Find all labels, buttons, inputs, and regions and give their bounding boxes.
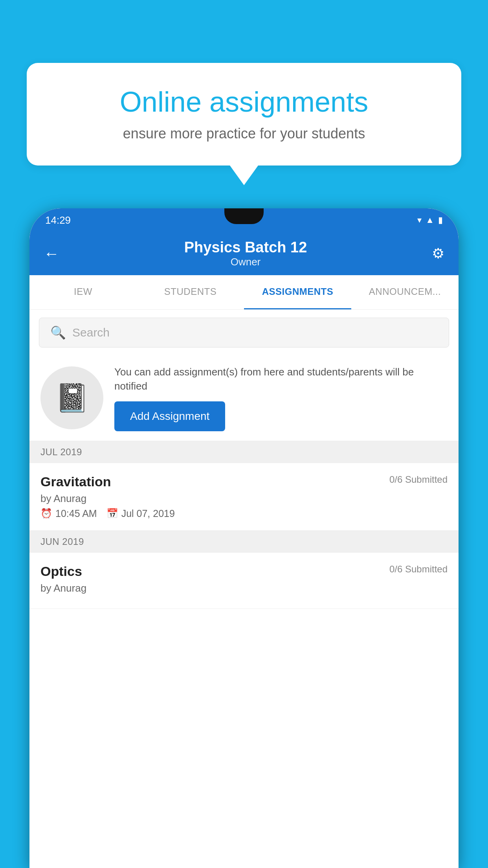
promo-card: 📓 You can add assignment(s) from here an…	[29, 355, 459, 441]
assignment-item-top-optics: Optics 0/6 Submitted	[40, 564, 448, 579]
tab-announcements[interactable]: ANNOUNCEM...	[351, 275, 459, 309]
assignment-by-optics: by Anurag	[40, 582, 448, 594]
phone-inner: 14:29 ▾ ▲ ▮ ← Physics Batch 12 Owner ⚙	[29, 208, 459, 868]
search-input-container[interactable]: 🔍 Search	[39, 318, 449, 348]
assignment-time-gravitation: 10:45 AM	[55, 508, 97, 519]
search-placeholder: Search	[72, 326, 110, 339]
assignment-date-gravitation: Jul 07, 2019	[121, 508, 175, 519]
speech-bubble-arrow	[230, 166, 258, 185]
settings-button[interactable]: ⚙	[432, 245, 444, 262]
section-header-jun: JUN 2019	[29, 531, 459, 553]
meta-time-gravitation: ⏰ 10:45 AM	[40, 508, 97, 519]
tab-students[interactable]: STUDENTS	[137, 275, 244, 309]
clock-icon: ⏰	[40, 508, 52, 519]
speech-bubble-container: Online assignments ensure more practice …	[27, 63, 461, 185]
calendar-icon: 📅	[106, 508, 118, 519]
promo-icon-circle: 📓	[40, 366, 103, 429]
speech-bubble: Online assignments ensure more practice …	[27, 63, 461, 166]
app-bar: ← Physics Batch 12 Owner ⚙	[29, 232, 459, 275]
assignment-submitted-optics: 0/6 Submitted	[389, 564, 448, 575]
add-assignment-button[interactable]: Add Assignment	[114, 401, 225, 431]
phone-screen: 14:29 ▾ ▲ ▮ ← Physics Batch 12 Owner ⚙	[29, 208, 459, 868]
signal-icon: ▲	[426, 215, 434, 225]
meta-date-gravitation: 📅 Jul 07, 2019	[106, 508, 175, 519]
speech-bubble-subtitle: ensure more practice for your students	[54, 125, 434, 142]
phone-frame: 14:29 ▾ ▲ ▮ ← Physics Batch 12 Owner ⚙	[29, 208, 459, 868]
assignment-item-top: Gravitation 0/6 Submitted	[40, 474, 448, 489]
tab-assignments[interactable]: ASSIGNMENTS	[244, 275, 351, 309]
tab-iew[interactable]: IEW	[29, 275, 137, 309]
battery-icon: ▮	[438, 215, 443, 225]
search-icon: 🔍	[50, 325, 66, 340]
assignment-submitted-gravitation: 0/6 Submitted	[389, 474, 448, 485]
speech-bubble-title: Online assignments	[54, 86, 434, 118]
tabs-bar: IEW STUDENTS ASSIGNMENTS ANNOUNCEM...	[29, 275, 459, 310]
promo-description: You can add assignment(s) from here and …	[114, 365, 448, 394]
status-icons: ▾ ▲ ▮	[417, 215, 443, 225]
status-bar: 14:29 ▾ ▲ ▮	[29, 208, 459, 232]
section-header-jul: JUL 2019	[29, 441, 459, 463]
assignment-item-gravitation[interactable]: Gravitation 0/6 Submitted by Anurag ⏰ 10…	[29, 463, 459, 531]
app-bar-center: Physics Batch 12 Owner	[59, 239, 432, 268]
status-time: 14:29	[45, 214, 71, 226]
notebook-icon: 📓	[55, 382, 89, 414]
wifi-icon: ▾	[417, 215, 422, 225]
back-button[interactable]: ←	[44, 245, 59, 263]
search-bar: 🔍 Search	[29, 310, 459, 355]
assignment-item-optics[interactable]: Optics 0/6 Submitted by Anurag	[29, 553, 459, 609]
assignment-title-optics: Optics	[40, 564, 82, 579]
app-bar-subtitle: Owner	[59, 256, 432, 268]
assignment-meta-gravitation: ⏰ 10:45 AM 📅 Jul 07, 2019	[40, 508, 448, 519]
assignment-title-gravitation: Gravitation	[40, 474, 111, 489]
promo-text-area: You can add assignment(s) from here and …	[114, 365, 448, 431]
app-bar-title: Physics Batch 12	[59, 239, 432, 256]
assignment-by-gravitation: by Anurag	[40, 493, 448, 505]
notch	[224, 208, 264, 224]
